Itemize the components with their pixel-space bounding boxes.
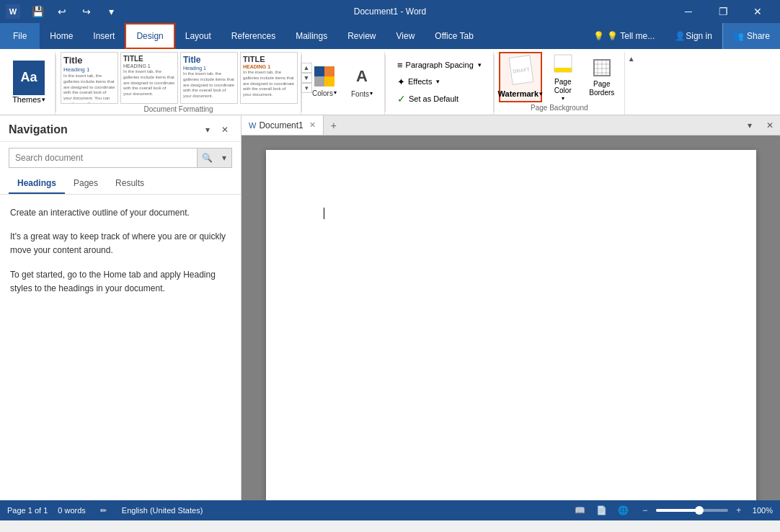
tab-bar-menu-btn[interactable]: ▾ [740,115,760,136]
para-spacing-label: Paragraph Spacing [406,61,474,69]
ribbon: Aa Themes ▾ Title Heading 1 [0,49,780,115]
paragraph-spacing-btn[interactable]: ≡ Paragraph Spacing ▾ [394,58,484,72]
page-borders-btn[interactable]: Page Borders [584,52,620,102]
thumb-1-title: TITLE [123,55,175,63]
nav-close-btn[interactable]: ✕ [218,123,232,137]
proofing-btn[interactable]: ✏ [96,502,112,518]
color-swatches [314,66,334,87]
doc-thumb-2[interactable]: Title Heading 1 In the insert tab, the g… [180,52,238,104]
tab-bar-close-btn[interactable]: ✕ [760,115,780,136]
effects-btn[interactable]: ✦ Effects ▾ [394,75,484,89]
doc-canvas-area: W Document1 ✕ + ▾ ✕ [241,115,780,500]
share-btn[interactable]: 👥 Share [722,23,780,49]
page-color-btn[interactable]: Page Color ▾ [545,52,581,102]
minimize-btn[interactable]: ─ [672,0,705,23]
menu-bar: File Home Insert Design Layout Reference… [0,23,780,49]
web-layout-btn[interactable]: 🌐 [616,502,631,518]
search-dropdown-btn[interactable]: ▾ [217,148,231,167]
menu-insert[interactable]: Insert [83,23,125,49]
redo-btn[interactable]: ↪ [76,1,97,22]
colors-label: Colors [312,89,333,97]
tab-headings[interactable]: Headings [9,174,65,194]
zoom-minus-btn[interactable]: − [637,502,653,518]
sign-in-label: Sign in [686,31,712,41]
watermark-page-preview: DRAFT [508,55,533,85]
restore-btn[interactable]: ❐ [706,0,740,23]
doc-thumb-3[interactable]: TITLE HEADING 1 In the insert tab, the g… [240,52,298,104]
colors-btn[interactable]: Colors ▾ [306,63,342,100]
thumb-3-heading: HEADING 1 [243,64,295,69]
menu-view[interactable]: View [386,23,425,49]
nav-title: Navigation [9,123,68,136]
check-icon: ✓ [397,93,406,105]
para-spacing-dropdown: ▾ [478,61,482,68]
ribbon-collapse-btn[interactable]: ▲ [628,55,635,63]
word-count: 0 words [58,506,86,515]
thumb-0-text: In the insert tab, the galleries include… [63,74,115,104]
page-color-dropdown: ▾ [562,95,564,102]
fonts-icon: A [351,66,373,87]
search-button[interactable]: 🔍 [197,148,217,167]
menu-office-tab[interactable]: Office Tab [425,23,484,49]
set-as-default-btn[interactable]: ✓ Set as Default [394,92,484,106]
menu-design[interactable]: Design [125,23,174,49]
page-borders-label: Page Borders [585,80,619,97]
nav-text-1: Create an interactive outline of your do… [10,206,231,220]
page-color-label: Page Color [546,78,580,95]
doc-tab-document1[interactable]: W Document1 ✕ [241,115,324,135]
save-quick-btn[interactable]: 💾 [27,1,48,22]
fonts-btn[interactable]: A Fonts ▾ [344,63,380,101]
themes-btn[interactable]: Aa Themes ▾ [7,57,50,107]
tell-me-btn[interactable]: 💡 💡 Tell me... [583,23,665,49]
status-left: Page 1 of 1 0 words ✏ English (United St… [7,502,203,518]
watermark-icon-container: DRAFT [508,56,533,88]
page-color-icon [553,53,573,78]
menu-mailings[interactable]: Mailings [285,23,337,49]
print-layout-btn[interactable]: 📄 [594,502,610,518]
menu-review[interactable]: Review [337,23,386,49]
doc-thumb-1[interactable]: TITLE HEADING 1 In the insert tab, the g… [120,52,178,104]
zoom-level: 100% [753,506,773,515]
status-right: 📖 📄 🌐 − + 100% [572,502,773,518]
language-label: English (United States) [122,506,203,515]
doc-tab-close-btn[interactable]: ✕ [309,120,316,130]
menu-layout[interactable]: Layout [175,23,221,49]
thumb-0-heading: Heading 1 [63,66,115,73]
page-borders-icon [592,58,612,80]
new-tab-btn[interactable]: + [324,115,344,136]
menu-file[interactable]: File [0,23,40,49]
zoom-slider: − + [637,502,747,518]
tab-pages[interactable]: Pages [65,174,107,194]
tab-bar-right: ▾ ✕ [740,115,780,136]
menu-home[interactable]: Home [40,23,83,49]
search-input[interactable] [9,149,197,167]
set-as-default-label: Set as Default [409,94,458,103]
zoom-thumb[interactable] [695,506,704,515]
sign-in-btn[interactable]: 👤 Sign in [665,23,722,49]
nav-text-3: To get started, go to the Home tab and a… [10,268,231,296]
menu-references[interactable]: References [221,23,285,49]
customize-quick-access-btn[interactable]: ▾ [101,1,121,22]
close-btn[interactable]: ✕ [741,0,774,23]
themes-group: Aa Themes ▾ [3,52,56,115]
doc-format-label: Document Formatting [143,105,213,113]
tell-me-label: 💡 Tell me... [607,31,655,41]
doc-thumb-0[interactable]: Title Heading 1 In the insert tab, the g… [61,52,118,104]
tab-results[interactable]: Results [107,174,153,194]
zoom-track[interactable] [656,509,728,512]
zoom-plus-btn[interactable]: + [731,502,747,518]
text-cursor [324,208,324,219]
read-mode-btn[interactable]: 📖 [572,502,588,518]
thumb-0-title: Title [63,55,115,66]
doc-page[interactable] [266,150,756,500]
page-bg-label: Page Background [531,104,588,112]
doc-area: Navigation ▾ ✕ 🔍 ▾ Headings Pages Result… [0,115,780,500]
doc-scroll[interactable] [241,136,780,500]
nav-collapse-btn[interactable]: ▾ [200,123,215,137]
watermark-btn[interactable]: DRAFT Watermark ▾ [499,52,542,102]
doc-tab-name: Document1 [259,120,303,130]
lightbulb-icon: 💡 [593,31,604,41]
themes-dropdown-icon: ▾ [42,96,45,103]
watermark-label: Watermark [498,89,539,98]
undo-btn[interactable]: ↩ [52,1,72,22]
